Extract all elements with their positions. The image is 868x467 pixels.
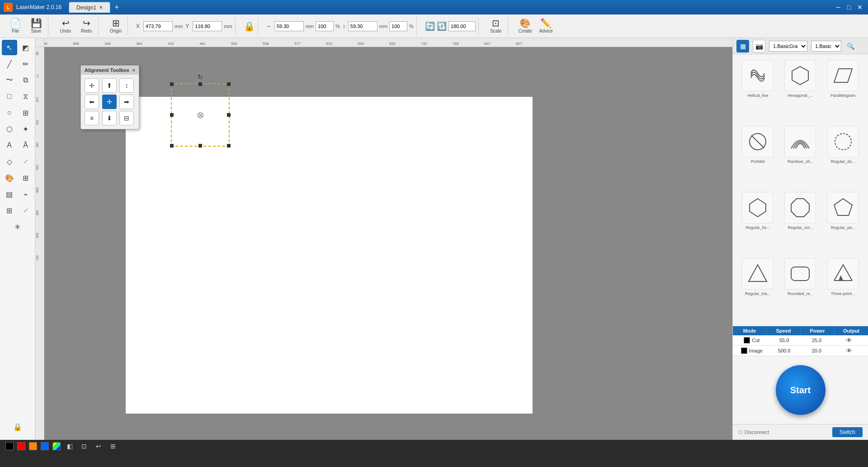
new-tab-btn[interactable]: +	[111, 2, 122, 13]
text-arc-btn[interactable]: Ā	[18, 138, 33, 153]
disconnect-btn[interactable]: ⬡ Disconnect	[738, 429, 769, 435]
tab-close-btn[interactable]: ✕	[99, 5, 103, 10]
special-btn[interactable]: ✳	[10, 219, 25, 234]
text-tool-btn[interactable]: A	[2, 138, 17, 153]
layer-row-image[interactable]: Image 500.0 20.0 👁	[733, 346, 868, 356]
handle-bl[interactable]	[170, 144, 174, 148]
panel-camera-btn[interactable]: 📷	[753, 40, 765, 52]
close-win-btn[interactable]: ✕	[855, 3, 864, 12]
height-input[interactable]	[348, 21, 377, 31]
node-edit-btn[interactable]: ◩	[18, 40, 33, 55]
image-eye-icon[interactable]: 👁	[846, 347, 852, 354]
handle-tc[interactable]	[198, 82, 202, 86]
alignment-toolbox-titlebar[interactable]: Alignment Toolbox ×	[81, 66, 139, 75]
crop-tool-btn[interactable]: ⧖	[18, 89, 33, 104]
array-tool-btn[interactable]: ⊞	[18, 105, 33, 120]
file-btn[interactable]: 📄 File	[6, 19, 24, 33]
lock-icon[interactable]: 🔒	[244, 21, 255, 32]
handle-ml[interactable]	[170, 113, 174, 117]
color-blue[interactable]	[41, 442, 49, 450]
align-bottom-left-btn[interactable]: ≡	[85, 111, 99, 125]
minimize-btn[interactable]: ─	[834, 3, 843, 12]
handle-tr[interactable]	[227, 82, 231, 86]
shape-rainbow[interactable]: Rainbow_sh...	[781, 126, 820, 188]
handle-br[interactable]	[227, 144, 231, 148]
circle-tool-btn[interactable]: ○	[2, 105, 17, 120]
handle-bc[interactable]	[198, 144, 202, 148]
panel-dropdown-category[interactable]: 1.BasicGra	[769, 41, 807, 52]
h-pct-input[interactable]	[389, 21, 407, 31]
select-tool-btn[interactable]: ↖	[2, 40, 17, 55]
align-left-btn[interactable]: ⬅	[85, 95, 99, 109]
lock-tool-btn[interactable]: 🔒	[10, 419, 25, 434]
color-red[interactable]	[17, 442, 25, 450]
canvas-area[interactable]: 269 308 346 384 422 461 500 538 577 615 …	[35, 38, 732, 440]
panel-search-btn[interactable]: 🔍	[845, 41, 856, 52]
x-input[interactable]	[143, 21, 173, 31]
cut-eye-icon[interactable]: 👁	[846, 337, 852, 344]
status-select-btn[interactable]: ◧	[64, 441, 75, 452]
angle-input[interactable]	[448, 21, 476, 31]
shape-hexagonal[interactable]: Hexagonal_...	[781, 60, 820, 122]
align-bottom-btn[interactable]: ⬇	[102, 111, 117, 125]
status-undo-btn[interactable]: ↩	[93, 441, 104, 452]
path-tool-btn[interactable]: ⟋	[18, 154, 33, 169]
pencil-tool-btn[interactable]: ✏	[18, 56, 33, 71]
shape-rounded-re[interactable]: Rounded_re...	[781, 258, 820, 320]
image-color-swatch[interactable]	[741, 348, 747, 354]
layer-btn[interactable]: ▤	[2, 186, 17, 202]
active-tab[interactable]: Design1 ✕	[69, 2, 110, 13]
y-input[interactable]	[193, 21, 222, 31]
alignment-toolbox-close[interactable]: ×	[132, 67, 135, 73]
width-input[interactable]	[274, 21, 304, 31]
fill-tool-btn[interactable]: ◇	[2, 154, 17, 169]
scale-btn[interactable]: ⊡ Scale	[487, 19, 505, 33]
create-btn[interactable]: 🎨 Create	[516, 19, 534, 33]
shape-helical-line[interactable]: Helical_line	[738, 60, 777, 122]
grid-tool-btn[interactable]: ⊞	[18, 170, 33, 186]
selected-object[interactable]: ↻ ⊗	[171, 83, 230, 147]
switch-btn[interactable]: Switch	[832, 427, 863, 437]
shape-three-point[interactable]: Three-point...	[824, 258, 863, 320]
color-orange[interactable]	[29, 442, 37, 450]
shape-regular-pe[interactable]: Regular_pe...	[824, 192, 863, 254]
align-center-btn[interactable]: ✛	[102, 95, 117, 109]
shape-regular-he[interactable]: Regular_he...	[738, 192, 777, 254]
align-center-v-btn[interactable]: ↕	[119, 78, 134, 93]
color-fill-btn[interactable]: 🎨	[2, 170, 17, 186]
shape-regular-do[interactable]: Regular_do...	[824, 126, 863, 188]
shape-regular-tria[interactable]: Regular_tria...	[738, 258, 777, 320]
trace-btn[interactable]: ⌁	[18, 186, 33, 202]
status-grid-btn[interactable]: ⊞	[108, 441, 118, 452]
w-pct-input[interactable]	[316, 21, 334, 31]
align-top-btn[interactable]: ⬆	[102, 78, 117, 93]
status-lasso-btn[interactable]: ⊡	[79, 441, 90, 452]
align-right-btn[interactable]: ➡	[119, 95, 134, 109]
star-tool-btn[interactable]: ✦	[18, 121, 33, 137]
color-rainbow[interactable]	[52, 442, 61, 450]
handle-tl[interactable]	[170, 82, 174, 86]
polygon-tool-btn[interactable]: ⬡	[2, 121, 17, 137]
save-btn[interactable]: 💾 Save	[27, 19, 45, 33]
rect-tool-btn[interactable]: □	[2, 89, 17, 104]
origin-btn[interactable]: ⊞ Origin	[107, 19, 125, 33]
shape-parallelogram[interactable]: Parallelogram	[824, 60, 863, 122]
undo-btn[interactable]: ↩ Undo	[57, 19, 75, 33]
line-tool-btn[interactable]: ╱	[2, 56, 17, 71]
table-btn[interactable]: ⊞	[2, 203, 17, 218]
align-center-h-btn[interactable]: ✛	[85, 78, 99, 93]
maximize-btn[interactable]: □	[844, 3, 854, 12]
cut-color-swatch[interactable]	[744, 337, 750, 343]
color-black[interactable]	[5, 442, 14, 450]
copy-tool-btn[interactable]: ⧉	[18, 72, 33, 88]
curve-tool-btn[interactable]: 〜	[2, 72, 17, 88]
advice-btn[interactable]: ✏️ Advice	[537, 19, 555, 33]
rotate-handle[interactable]: ↻	[197, 73, 204, 81]
handle-mr[interactable]	[227, 113, 231, 117]
measure-btn[interactable]: ⟋	[18, 203, 33, 218]
layer-row-cut[interactable]: Cut 55.0 25.0 👁	[733, 335, 868, 346]
redo-btn[interactable]: ↪ Redo	[77, 19, 95, 33]
align-distribute-v-btn[interactable]: ⊟	[119, 111, 134, 125]
shape-regular-oct[interactable]: Regular_oct...	[781, 192, 820, 254]
panel-dropdown-subcategory[interactable]: 1.Basic	[811, 41, 841, 52]
